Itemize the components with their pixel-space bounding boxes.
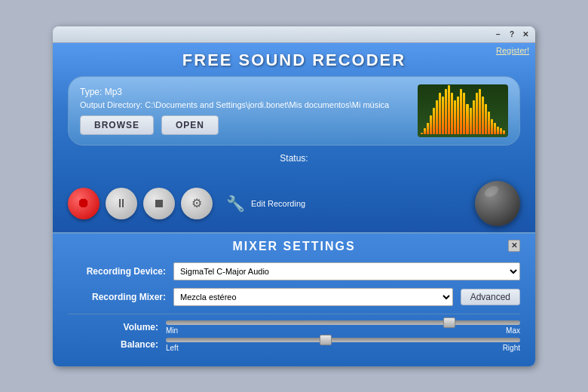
record-button[interactable]: ⏺ [68,188,100,219]
browse-open-row: BROWSE OPEN [80,115,410,135]
mixer-section: MIXER SETTINGS ✕ Recording Device: Sigma… [53,232,535,366]
register-link[interactable]: Register! [496,46,529,55]
pause-icon: ⏸ [115,197,127,210]
recording-mixer-label: Recording Mixer: [68,292,166,302]
balance-track [166,338,520,342]
recording-mixer-row: Recording Mixer: Mezcla estéreo Advanced [68,288,520,306]
stop-button[interactable]: ⏹ [143,188,175,219]
waveform-bars [418,84,508,137]
recording-device-label: Recording Device: [68,266,166,277]
info-box: Type: Mp3 Output Directory: C:\Documents… [68,76,520,145]
status-label: Status: [280,153,308,164]
title-bar-controls: − ? ✕ [493,29,531,39]
mixer-title: MIXER SETTINGS [232,240,355,253]
recording-device-select[interactable]: SigmaTel C-Major Audio [173,262,520,280]
gear-icon: ⚙ [191,196,202,210]
volume-max-label: Max [506,326,520,335]
record-icon: ⏺ [77,195,90,211]
main-section: FREE SOUND RECODER Register! Type: Mp3 O… [53,43,535,175]
browse-button[interactable]: BROWSE [80,115,154,135]
knife-icon: 🔧 [226,194,245,213]
balance-min-max: Left Right [166,344,520,352]
status-row: Status: [68,153,520,164]
volume-label: Volume: [68,322,166,332]
volume-min-max: Min Max [166,326,520,335]
recording-device-row: Recording Device: SigmaTel C-Major Audio [68,262,520,280]
advanced-button[interactable]: Advanced [461,289,520,305]
pause-button[interactable]: ⏸ [106,188,137,219]
controls-row: ⏺ ⏸ ⏹ ⚙ 🔧 Edit Recording [53,175,535,232]
type-line: Type: Mp3 [80,87,410,97]
volume-slider-container: Min Max [166,320,520,335]
balance-slider-container: Left Right [166,338,520,352]
volume-thumb[interactable] [443,317,455,328]
balance-min-label: Left [166,344,179,352]
output-line: Output Directory: C:\Documents and Setti… [80,100,410,109]
mixer-header: MIXER SETTINGS ✕ [68,240,520,253]
type-value: Mp3 [105,87,122,97]
title-bar: − ? ✕ [53,26,535,43]
output-label: Output Directory: [80,100,142,109]
minimize-button[interactable]: − [493,29,504,39]
edit-recording-label: Edit Recording [251,199,305,208]
balance-label: Balance: [68,339,166,350]
speaker-sphere [475,181,520,226]
edit-recording-area: 🔧 Edit Recording [226,194,305,213]
balance-row: Balance: Left Right [68,338,520,352]
volume-track [166,320,520,325]
volume-min-label: Min [166,326,178,335]
waveform-display [418,84,508,137]
output-value: C:\Documents and Settings\jordi.bonet\Mi… [145,100,389,109]
balance-thumb[interactable] [320,335,332,345]
type-label: Type: [80,87,102,97]
help-button[interactable]: ? [507,29,517,39]
settings-button[interactable]: ⚙ [181,188,213,219]
app-window: − ? ✕ FREE SOUND RECODER Register! Type:… [53,26,535,366]
stop-icon: ⏹ [153,197,165,210]
balance-max-label: Right [503,344,520,352]
volume-row: Volume: Min Max [68,320,520,335]
info-text: Type: Mp3 Output Directory: C:\Documents… [80,87,410,135]
open-button[interactable]: OPEN [161,115,219,135]
divider [68,314,520,314]
close-mixer-button[interactable]: ✕ [508,240,520,252]
recording-mixer-select[interactable]: Mezcla estéreo [173,288,453,306]
app-title: FREE SOUND RECODER [68,51,520,70]
close-button[interactable]: ✕ [520,29,531,39]
